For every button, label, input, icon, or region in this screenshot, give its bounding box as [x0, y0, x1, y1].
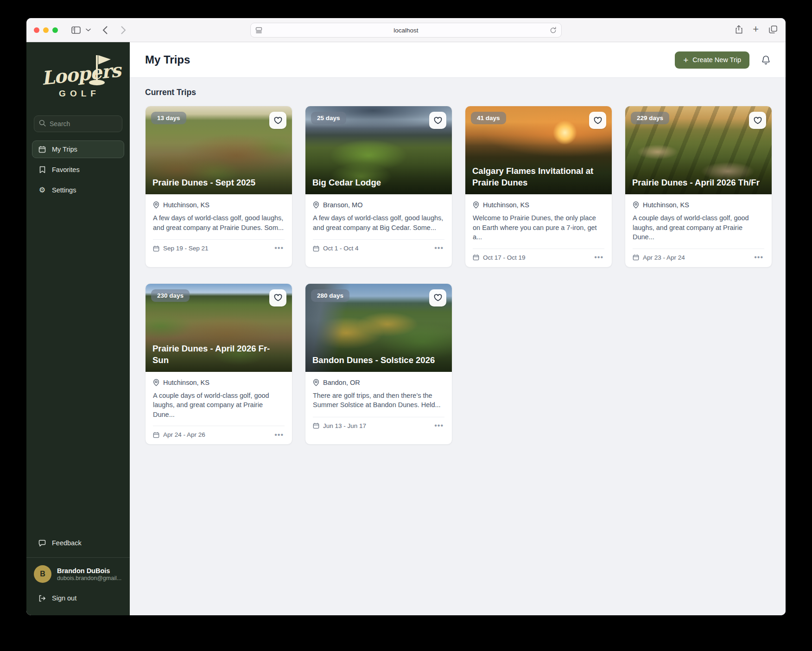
favorite-heart-button[interactable] — [749, 112, 766, 129]
section-title: Current Trips — [145, 88, 770, 97]
trip-photo: 229 days Prairie Dunes - April 2026 Th/F… — [625, 106, 772, 194]
sidebar-nav: My Trips Favorites ⚙ Settings — [32, 140, 124, 199]
trip-card[interactable]: 13 days Prairie Dunes - Sept 2025 Hutchi… — [145, 106, 292, 268]
trip-title: Bandon Dunes - Solstice 2026 — [312, 355, 445, 366]
more-options-button[interactable]: ••• — [433, 245, 444, 251]
trip-location-row: Hutchinson, KS — [153, 201, 285, 209]
create-new-trip-button[interactable]: + Create New Trip — [675, 51, 749, 69]
trip-location-row: Hutchinson, KS — [153, 379, 285, 386]
trip-card[interactable]: 280 days Bandon Dunes - Solstice 2026 Ba… — [305, 283, 452, 445]
trip-card-footer: Apr 23 - Apr 24 ••• — [633, 249, 764, 261]
more-options-button[interactable]: ••• — [433, 422, 444, 429]
calendar-icon — [313, 422, 319, 429]
more-options-button[interactable]: ••• — [593, 254, 604, 261]
more-options-button[interactable]: ••• — [753, 254, 764, 261]
days-badge: 13 days — [151, 112, 186, 124]
trip-dates: Apr 23 - Apr 24 — [643, 254, 685, 261]
reader-view-icon[interactable] — [255, 23, 262, 37]
search-input[interactable] — [50, 120, 117, 128]
trip-card[interactable]: 229 days Prairie Dunes - April 2026 Th/F… — [625, 106, 772, 268]
favorite-heart-button[interactable] — [429, 112, 446, 129]
sign-out-icon — [38, 595, 46, 602]
trip-card-footer: Apr 24 - Apr 26 ••• — [153, 426, 285, 438]
sidebar-item-my-trips[interactable]: My Trips — [32, 140, 124, 158]
browser-toolbar: localhost + — [26, 18, 786, 42]
trip-card[interactable]: 230 days Prairie Dunes - April 2026 Fr-S… — [145, 283, 292, 445]
map-pin-icon — [313, 379, 319, 386]
close-window-button[interactable] — [34, 27, 39, 33]
user-email: dubois.brandon@gmail... — [57, 575, 121, 581]
heart-icon — [594, 117, 602, 124]
map-pin-icon — [633, 201, 639, 209]
page-header: My Trips + Create New Trip — [130, 42, 786, 78]
share-icon[interactable] — [735, 25, 742, 34]
sign-out-label: Sign out — [52, 594, 76, 602]
header-actions: + Create New Trip — [675, 51, 770, 69]
user-name: Brandon DuBois — [57, 567, 121, 575]
days-badge: 230 days — [151, 289, 190, 302]
trip-title: Prairie Dunes - Sept 2025 — [152, 177, 285, 189]
chevron-down-icon[interactable] — [83, 23, 93, 37]
trip-dates-row: Oct 17 - Oct 19 — [473, 254, 526, 261]
trip-title: Calgary Flames Invitational at Prairie D… — [472, 166, 605, 189]
calendar-icon — [38, 146, 46, 153]
sidebar-item-settings[interactable]: ⚙ Settings — [32, 181, 124, 199]
calendar-icon — [313, 245, 319, 252]
trip-dates-row: Apr 23 - Apr 24 — [633, 254, 685, 261]
favorite-heart-button[interactable] — [269, 289, 286, 306]
favorite-heart-button[interactable] — [589, 112, 606, 129]
address-bar-url: localhost — [393, 27, 418, 34]
bookmark-icon — [38, 166, 46, 173]
trip-card[interactable]: 25 days Big Cedar Lodge Branson, MO A fe… — [305, 106, 452, 268]
trip-location: Hutchinson, KS — [643, 201, 689, 209]
trip-description: Welcome to Prairie Dunes, the only place… — [473, 213, 604, 242]
page-title: My Trips — [145, 53, 190, 66]
sidebar-footer: Feedback B Brandon DuBois dubois.brandon… — [26, 532, 130, 615]
favorite-heart-button[interactable] — [269, 112, 286, 129]
tab-overview-icon[interactable] — [769, 26, 777, 33]
back-button-icon[interactable] — [98, 23, 112, 37]
map-pin-icon — [473, 201, 479, 209]
more-options-button[interactable]: ••• — [273, 245, 285, 251]
sign-out-button[interactable]: Sign out — [32, 589, 124, 607]
trip-location-row: Bandon, OR — [313, 379, 444, 386]
user-profile[interactable]: B Brandon DuBois dubois.brandon@gmail... — [26, 563, 130, 585]
calendar-icon — [633, 254, 639, 261]
zoom-window-button[interactable] — [52, 27, 58, 33]
trip-photo: 280 days Bandon Dunes - Solstice 2026 — [305, 284, 452, 372]
trip-location: Hutchinson, KS — [163, 201, 209, 209]
sidebar-divider — [26, 557, 130, 558]
trip-card-body: Hutchinson, KS Welcome to Prairie Dunes,… — [465, 194, 612, 267]
gear-icon: ⚙ — [38, 186, 46, 194]
trip-photo: 230 days Prairie Dunes - April 2026 Fr-S… — [146, 284, 292, 372]
sidebar-item-favorites[interactable]: Favorites — [32, 161, 124, 179]
sidebar-toggle-icon[interactable] — [69, 23, 83, 37]
browser-window: localhost + — [26, 18, 786, 615]
trip-dates: Jun 13 - Jun 17 — [323, 422, 366, 429]
new-tab-icon[interactable]: + — [753, 23, 759, 35]
address-bar[interactable]: localhost — [250, 23, 562, 38]
days-badge: 41 days — [471, 112, 506, 124]
calendar-icon — [153, 432, 159, 438]
more-options-button[interactable]: ••• — [273, 432, 285, 438]
notifications-bell-icon[interactable] — [761, 55, 770, 65]
trip-title: Big Cedar Lodge — [312, 177, 445, 189]
trip-dates-row: Apr 24 - Apr 26 — [153, 431, 205, 438]
trip-card[interactable]: 41 days Calgary Flames Invitational at P… — [465, 106, 612, 268]
trip-description: A few days of world-class golf, good lau… — [313, 213, 444, 233]
trip-description: There are golf trips, and then there’s t… — [313, 391, 444, 410]
trip-card-footer: Oct 1 - Oct 4 ••• — [313, 239, 444, 252]
feedback-button[interactable]: Feedback — [32, 534, 124, 552]
sidebar-search[interactable] — [34, 115, 122, 132]
heart-icon — [434, 294, 442, 301]
days-badge: 229 days — [631, 112, 669, 124]
sidebar-item-label: Favorites — [52, 166, 80, 173]
reload-icon[interactable] — [550, 23, 557, 37]
minimize-window-button[interactable] — [43, 27, 49, 33]
trip-dates-row: Jun 13 - Jun 17 — [313, 422, 366, 429]
trip-card-footer: Oct 17 - Oct 19 ••• — [473, 249, 604, 261]
trip-card-body: Branson, MO A few days of world-class go… — [305, 194, 452, 258]
favorite-heart-button[interactable] — [429, 289, 446, 306]
trip-location-row: Branson, MO — [313, 201, 444, 209]
trip-title: Prairie Dunes - April 2026 Th/Fr — [632, 177, 765, 189]
